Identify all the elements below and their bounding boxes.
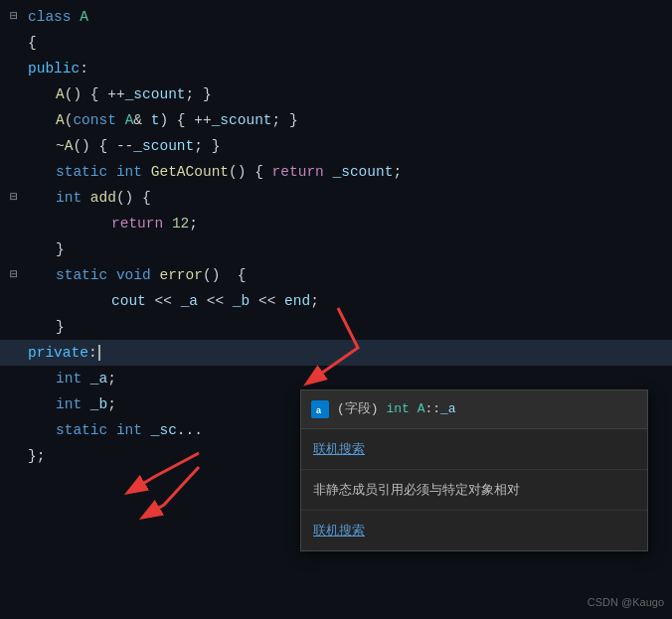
semi: ; } — [272, 107, 298, 133]
keyword-type: int — [56, 391, 90, 417]
code-line: } — [0, 314, 672, 340]
popup-item-search2[interactable]: 联机搜索 — [301, 511, 647, 550]
paren-r: ) — [371, 401, 387, 416]
code-line: public: — [0, 56, 672, 81]
param: t — [151, 107, 160, 133]
collapse-gutter[interactable]: ⊟ — [4, 4, 24, 30]
func-name: add — [90, 185, 116, 211]
keyword-void: void — [116, 262, 160, 288]
op: ++ — [107, 81, 124, 107]
ellipsis: ... — [177, 417, 203, 443]
number: 12 — [172, 211, 189, 236]
func-name: A — [65, 133, 74, 159]
popup-item-error-msg: 非静态成员引用必须与特定对象相对 — [301, 470, 647, 511]
semi: ; — [189, 211, 198, 236]
brace: ) { — [159, 107, 194, 133]
keyword-return: return — [272, 159, 333, 185]
code-line: { — [0, 30, 672, 56]
search-link-2[interactable]: 联机搜索 — [313, 523, 365, 538]
paren: () { — [229, 159, 272, 185]
op: ++ — [194, 107, 211, 133]
access-specifier: private — [28, 340, 88, 366]
type: A — [125, 107, 134, 133]
error-message: 非静态成员引用必须与特定对象相对 — [313, 482, 520, 497]
paren: () { — [203, 262, 247, 288]
var: _scount — [125, 81, 186, 107]
code-line: cout << _a << _b << end; — [0, 288, 672, 314]
code-line: ⊟ class A — [0, 4, 672, 30]
tilde: ~ — [56, 133, 65, 159]
code-line: ~A() { --_scount; } — [0, 133, 672, 159]
colon: : — [80, 56, 88, 81]
op: -- — [116, 133, 133, 159]
keyword-return: return — [111, 211, 172, 236]
popup-item-search1[interactable]: 联机搜索 — [301, 429, 647, 470]
popup-field-icon: a — [311, 400, 329, 418]
keyword-type: int — [116, 159, 151, 185]
collapse-gutter[interactable]: ⊟ — [4, 185, 24, 211]
semi: ; } — [186, 81, 212, 107]
var-sc: _sc — [151, 417, 177, 443]
code-line: } — [0, 236, 672, 262]
var-a: _a — [90, 366, 107, 391]
code-line: return 12; — [0, 211, 672, 236]
semi: ; — [107, 366, 116, 391]
semi: ; — [393, 159, 402, 185]
error-popup: a (字段) int A::_a 联机搜索 非静态成员引用必须与特定对象相对 联… — [300, 389, 648, 551]
popup-title-label: (字段) int A::_a — [337, 396, 456, 422]
var-end: end — [284, 288, 310, 314]
watermark: CSDN @Kaugo — [588, 589, 664, 615]
class-name: A — [80, 4, 88, 30]
code-line: A(const A& t) { ++_scount; } — [0, 107, 672, 133]
var: _scount — [212, 107, 272, 133]
keyword: static — [56, 262, 116, 288]
keyword-type: int — [56, 185, 90, 211]
var: _scount — [333, 159, 394, 185]
paren: ( — [65, 107, 74, 133]
keyword-type: int — [116, 417, 151, 443]
code-line: ⊟ int add() { — [0, 185, 672, 211]
paren: () { — [65, 81, 108, 107]
text-cursor — [98, 345, 100, 361]
var-b: _b — [90, 391, 107, 417]
colon: : — [88, 340, 97, 366]
func-name: A — [56, 81, 65, 107]
paren-label: ( — [337, 401, 345, 416]
var: cout — [111, 288, 146, 314]
paren: () { — [116, 185, 151, 211]
private-line: private: — [0, 340, 672, 366]
brace: { — [28, 30, 37, 56]
keyword: static — [56, 159, 116, 185]
code-line: ⊟ static void error() { — [0, 262, 672, 288]
code-line: static int GetACount() { return _scount; — [0, 159, 672, 185]
code-editor: ⊟ class A { public: A() { ++_scount; } A… — [0, 0, 672, 619]
int-label: int — [386, 401, 417, 416]
var: _scount — [133, 133, 194, 159]
field-label: 字段 — [345, 401, 371, 416]
func-name: A — [56, 107, 65, 133]
func-name: error — [159, 262, 203, 288]
search-link-1[interactable]: 联机搜索 — [313, 441, 365, 456]
keyword: const — [73, 107, 124, 133]
colon2: :: — [424, 401, 440, 416]
op: & — [133, 107, 150, 133]
op: << — [198, 288, 233, 314]
op: << — [250, 288, 284, 314]
brace: } — [56, 314, 65, 340]
var-a: _a — [181, 288, 198, 314]
code-line: A() { ++_scount; } — [0, 81, 672, 107]
var-b: _b — [233, 288, 250, 314]
field-name: _a — [440, 401, 456, 416]
field-icon-svg: a — [313, 402, 327, 416]
semi: ; } — [194, 133, 220, 159]
access-specifier: public — [28, 56, 80, 81]
collapse-gutter[interactable]: ⊟ — [4, 262, 24, 288]
brace: }; — [28, 443, 45, 469]
semi: ; — [107, 391, 116, 417]
paren: () { — [73, 133, 116, 159]
brace: } — [56, 236, 65, 262]
keyword: class — [28, 4, 80, 30]
func-name: GetACount — [151, 159, 229, 185]
code-line: int _a; — [0, 366, 672, 391]
keyword: static — [56, 417, 116, 443]
